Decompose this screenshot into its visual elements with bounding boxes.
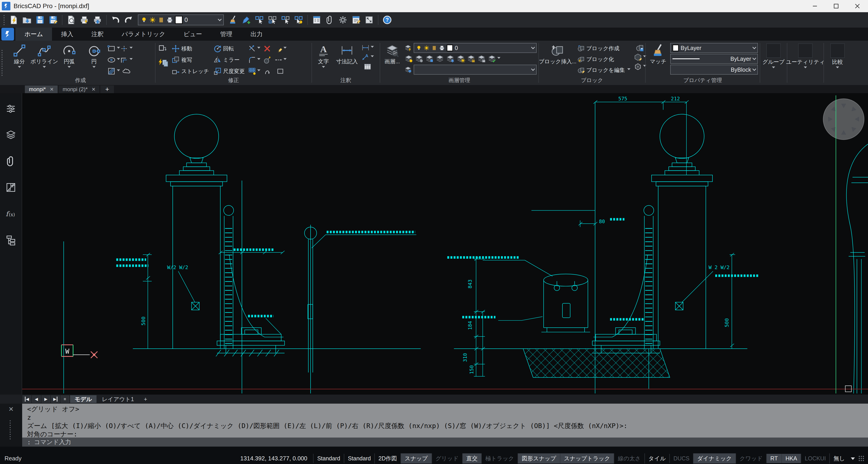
array-button[interactable] [247, 66, 261, 76]
plot-button[interactable] [78, 13, 90, 26]
color-dropdown[interactable]: ByLayer [670, 43, 758, 53]
status-menu-caret[interactable] [851, 458, 855, 462]
layers-button[interactable]: 画層... [382, 43, 402, 65]
edit-block-button[interactable]: ブロックを編集 [576, 65, 632, 75]
doc-tab-monpi[interactable]: monpi*× [25, 86, 58, 93]
close-button[interactable] [847, 0, 868, 12]
attachments-icon[interactable] [5, 155, 17, 167]
table-button[interactable] [361, 62, 374, 71]
status-dimstyle[interactable]: Standard [344, 454, 374, 463]
scale-button[interactable]: 尺度変更 [212, 66, 246, 77]
linetype-dropdown[interactable]: ByBlock [670, 65, 758, 74]
sheets-icon[interactable] [5, 181, 17, 193]
dimension-button[interactable]: 寸法記入 [335, 43, 360, 65]
layer-unisolate-button[interactable] [435, 54, 445, 64]
match-properties-button[interactable] [227, 13, 239, 26]
tab-output[interactable]: 出力 [241, 28, 272, 41]
undo-button[interactable] [110, 13, 122, 26]
toggle-rt[interactable]: RT [766, 454, 781, 463]
point-button[interactable] [119, 44, 133, 54]
tab-parametric[interactable]: パラメトリック [113, 28, 174, 41]
compare-button[interactable]: 比較 [826, 43, 849, 70]
block-attribute-button[interactable] [633, 53, 647, 62]
fields-fx-icon[interactable]: f(x) [5, 208, 17, 220]
prev-layout-button[interactable]: ◀ [32, 396, 41, 403]
structure-tree-icon[interactable] [5, 234, 17, 246]
layer-unlock-button[interactable] [476, 54, 487, 64]
polyline-button[interactable]: ポリライン [33, 43, 56, 69]
toggle-polar[interactable]: 極トラック [481, 453, 518, 464]
offset-button[interactable] [119, 55, 133, 65]
close-icon[interactable]: × [92, 86, 95, 93]
first-layout-button[interactable]: ◀ [23, 396, 31, 403]
circle-button[interactable]: 円 [82, 43, 106, 69]
properties-panel-button[interactable] [311, 13, 323, 26]
status-style[interactable]: Standard [313, 454, 344, 463]
join-button[interactable] [262, 66, 272, 76]
mirror-button[interactable]: ミラー [212, 54, 246, 66]
toggle-lockui[interactable]: LOCKUI [801, 454, 829, 463]
layer-set-current-button[interactable] [487, 54, 501, 64]
fillet-button[interactable] [247, 55, 261, 65]
layer-lock-button[interactable] [466, 54, 476, 64]
revision-cloud-button[interactable] [121, 66, 131, 76]
ribbon-grip[interactable] [1, 49, 3, 76]
toggle-ortho[interactable]: 直交 [462, 453, 481, 464]
layer-bolt-icon[interactable] [404, 44, 412, 52]
ellipse-button[interactable] [106, 55, 121, 65]
toggle-snap[interactable]: スナップ [401, 453, 431, 464]
lineweight-dropdown[interactable]: ByLayer [670, 54, 758, 64]
scale-list-button[interactable] [363, 13, 375, 26]
erase-button[interactable] [262, 44, 272, 53]
layer-dropdown[interactable]: 0 [138, 14, 224, 25]
toggle-dynamic[interactable]: ダイナミック [693, 453, 736, 464]
utilities-button[interactable]: ユーティリティ [788, 43, 822, 70]
save-button[interactable] [34, 13, 46, 26]
status-workspace[interactable]: 2D作図 [374, 453, 401, 464]
toggle-snaptrack[interactable]: スナップトラック [560, 453, 614, 464]
toggle-esnap[interactable]: 図形スナップ [518, 453, 560, 464]
minimize-button[interactable] [804, 0, 826, 12]
text-button[interactable]: 文字 [314, 43, 333, 69]
propagate-button[interactable] [157, 57, 168, 68]
last-layout-button[interactable]: ▶ [51, 396, 60, 403]
select-similar-button[interactable] [253, 13, 266, 26]
group-button[interactable]: グループ [762, 43, 785, 70]
save-as-button[interactable] [47, 13, 59, 26]
layer-on-button[interactable] [404, 54, 414, 64]
line-button[interactable]: 線分 [8, 43, 31, 69]
bricscad-logo[interactable] [1, 28, 14, 40]
maximize-button[interactable] [826, 0, 847, 12]
quick-draw-button[interactable] [240, 13, 252, 26]
tab-home[interactable]: ホーム [16, 28, 52, 41]
copy-button[interactable]: 複写 [170, 54, 211, 66]
command-panel-grip[interactable] [9, 420, 11, 440]
block-save-button[interactable] [633, 43, 647, 53]
blockify-button[interactable]: ブロック化 [576, 54, 632, 65]
command-input[interactable]: : コマンド入力 [22, 437, 868, 446]
layers-icon[interactable] [5, 129, 17, 141]
create-block-button[interactable]: ブロック作成 [576, 43, 632, 54]
close-command-panel-icon[interactable]: ✕ [8, 405, 13, 413]
new-document-tab-button[interactable]: + [100, 86, 114, 93]
resize-grip[interactable] [859, 456, 864, 462]
new-file-button[interactable] [8, 13, 20, 26]
toggle-tile[interactable]: タイル [645, 453, 670, 464]
close-icon[interactable]: × [50, 86, 54, 93]
block-display-button[interactable] [633, 62, 647, 71]
boundary-button[interactable] [276, 66, 285, 76]
edit-polyline-button[interactable] [274, 44, 287, 53]
layer-isolate-button[interactable] [425, 54, 434, 64]
annotation-scale[interactable]: 無し [829, 453, 848, 464]
trim-button[interactable] [247, 44, 261, 53]
layer-state-dropdown[interactable] [414, 65, 537, 74]
toggle-ducs[interactable]: DUCS [669, 454, 693, 463]
insert-block-button[interactable]: ブロック挿入... [541, 43, 575, 65]
tab-manage[interactable]: 管理 [211, 28, 241, 41]
copy-to-layer-button[interactable] [157, 44, 168, 55]
open-file-button[interactable] [21, 13, 33, 26]
explode-button[interactable] [262, 55, 272, 65]
layer-freeze-button[interactable] [445, 54, 455, 64]
toggle-lineweight[interactable]: 線の太さ [614, 453, 644, 464]
layer-off-button[interactable] [414, 54, 424, 64]
